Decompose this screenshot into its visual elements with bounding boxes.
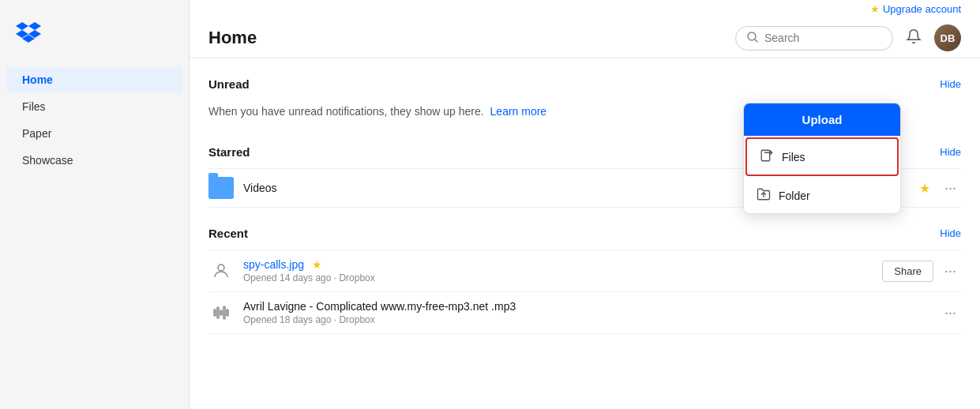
recent-section: Recent Hide spy-call (208, 227, 961, 334)
sidebar-item-paper[interactable]: Paper (6, 121, 182, 146)
learn-more-link[interactable]: Learn more (490, 105, 547, 118)
svg-rect-5 (220, 310, 222, 315)
recent-item: Avril Lavigne - Complicated www.my-free-… (208, 291, 961, 334)
app-container: Home Files Paper Showcase ★ Upgrade acco… (0, 0, 980, 409)
upload-folder-label: Folder (779, 189, 810, 202)
search-bar (735, 26, 893, 51)
page-title: Home (208, 28, 257, 48)
starred-hide-button[interactable]: Hide (940, 146, 961, 158)
starred-title: Starred (208, 145, 250, 159)
file-upload-icon (760, 148, 774, 165)
search-input[interactable] (764, 32, 881, 44)
file-icon-container (208, 258, 234, 283)
recent-hide-button[interactable]: Hide (940, 227, 961, 239)
upload-dropdown-menu: Upload Files (743, 103, 901, 214)
svg-rect-7 (227, 310, 228, 316)
sidebar-navigation: Home Files Paper Showcase (0, 67, 189, 173)
recent-item: spy-calls.jpg ★ Opened 14 days ago · Dro… (208, 250, 961, 291)
folder-icon (208, 177, 234, 199)
recent-item-meta: Opened 14 days ago · Dropbox (243, 272, 882, 283)
upgrade-label: Upgrade account (883, 3, 961, 15)
header-right: DB (735, 24, 961, 51)
upload-button[interactable]: Upload (744, 103, 900, 136)
notifications-bell-icon[interactable] (906, 28, 922, 48)
recent-section-header: Recent Hide (208, 227, 961, 240)
recent-item-more-button[interactable]: ··· (940, 303, 961, 323)
unread-hide-button[interactable]: Hide (940, 78, 961, 90)
header: Home (190, 15, 980, 58)
recent-item-name: Avril Lavigne - Complicated www.my-free-… (243, 300, 940, 313)
person-icon (212, 261, 231, 280)
sidebar-item-files[interactable]: Files (6, 94, 182, 119)
sidebar-item-home[interactable]: Home (6, 67, 182, 92)
svg-rect-4 (217, 307, 219, 318)
star-filled-icon[interactable]: ★ (919, 181, 930, 196)
upload-folder-item[interactable]: Folder (744, 178, 900, 213)
search-icon (747, 32, 758, 45)
top-bar: ★ Upgrade account (190, 0, 980, 15)
recent-item-more-button[interactable]: ··· (940, 261, 961, 281)
svg-rect-3 (214, 310, 216, 316)
svg-point-2 (218, 265, 224, 271)
svg-rect-8 (761, 150, 770, 161)
recent-item-meta: Opened 18 days ago · Dropbox (243, 314, 940, 325)
unread-section-header: Unread Hide (208, 77, 961, 91)
recent-title: Recent (208, 227, 248, 240)
starred-item-more-button[interactable]: ··· (940, 178, 961, 198)
dropbox-logo-icon (16, 22, 41, 44)
upgrade-star-icon: ★ (870, 3, 880, 15)
sidebar-item-showcase[interactable]: Showcase (6, 148, 182, 173)
folder-upload-icon (757, 187, 771, 204)
upload-files-label: Files (782, 151, 805, 163)
recent-item-info: Avril Lavigne - Complicated www.my-free-… (243, 300, 940, 325)
file-icon-container (208, 300, 234, 325)
sidebar-logo (0, 16, 189, 66)
recent-item-name-link[interactable]: spy-calls.jpg (243, 258, 304, 271)
star-icon[interactable]: ★ (312, 258, 322, 271)
unread-title: Unread (208, 77, 250, 91)
upload-files-item[interactable]: Files (745, 137, 899, 176)
main-content: ★ Upgrade account Home (190, 0, 980, 409)
user-avatar[interactable]: DB (934, 24, 961, 51)
svg-line-1 (755, 39, 757, 42)
recent-item-info: spy-calls.jpg ★ Opened 14 days ago · Dro… (243, 258, 882, 283)
upgrade-account-link[interactable]: ★ Upgrade account (870, 3, 961, 15)
content-wrapper: Unread Hide When you have unread notific… (190, 58, 980, 409)
svg-rect-6 (223, 306, 225, 319)
share-button[interactable]: Share (882, 261, 933, 282)
audio-icon (212, 303, 231, 322)
sidebar: Home Files Paper Showcase (0, 0, 190, 409)
